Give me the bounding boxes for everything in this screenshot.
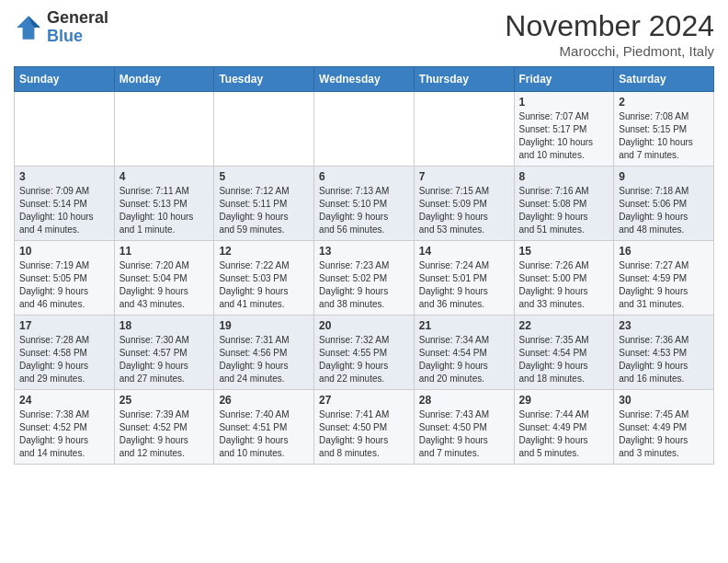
calendar-week-1: 1Sunrise: 7:07 AM Sunset: 5:17 PM Daylig… (15, 92, 714, 167)
day-info: Sunrise: 7:13 AM Sunset: 5:10 PM Dayligh… (319, 185, 409, 236)
calendar-cell (114, 92, 214, 167)
day-info: Sunrise: 7:19 AM Sunset: 5:05 PM Dayligh… (19, 259, 109, 311)
calendar-cell: 22Sunrise: 7:35 AM Sunset: 4:54 PM Dayli… (514, 316, 614, 390)
day-info: Sunrise: 7:35 AM Sunset: 4:54 PM Dayligh… (519, 334, 609, 385)
day-number: 12 (219, 245, 309, 258)
calendar-cell: 25Sunrise: 7:39 AM Sunset: 4:52 PM Dayli… (114, 390, 214, 465)
day-number: 29 (519, 394, 609, 407)
logo-text: General Blue (47, 9, 108, 46)
weekday-header-row: SundayMondayTuesdayWednesdayThursdayFrid… (15, 67, 714, 92)
weekday-header-tuesday: Tuesday (214, 67, 314, 92)
calendar-week-3: 10Sunrise: 7:19 AM Sunset: 5:05 PM Dayli… (15, 241, 714, 316)
calendar-cell: 23Sunrise: 7:36 AM Sunset: 4:53 PM Dayli… (614, 316, 714, 390)
day-number: 5 (219, 170, 309, 183)
day-number: 11 (119, 245, 210, 258)
calendar-cell: 8Sunrise: 7:16 AM Sunset: 5:08 PM Daylig… (514, 167, 614, 241)
calendar-cell: 4Sunrise: 7:11 AM Sunset: 5:13 PM Daylig… (114, 167, 214, 241)
day-info: Sunrise: 7:40 AM Sunset: 4:51 PM Dayligh… (219, 408, 309, 460)
day-info: Sunrise: 7:15 AM Sunset: 5:09 PM Dayligh… (419, 185, 509, 236)
calendar-cell: 27Sunrise: 7:41 AM Sunset: 4:50 PM Dayli… (314, 390, 415, 465)
day-info: Sunrise: 7:36 AM Sunset: 4:53 PM Dayligh… (619, 334, 709, 385)
calendar-cell: 7Sunrise: 7:15 AM Sunset: 5:09 PM Daylig… (414, 167, 514, 241)
day-number: 10 (19, 245, 109, 258)
calendar-cell: 10Sunrise: 7:19 AM Sunset: 5:05 PM Dayli… (15, 241, 115, 316)
calendar-cell: 18Sunrise: 7:30 AM Sunset: 4:57 PM Dayli… (114, 316, 214, 390)
calendar-cell: 19Sunrise: 7:31 AM Sunset: 4:56 PM Dayli… (214, 316, 314, 390)
calendar-week-5: 24Sunrise: 7:38 AM Sunset: 4:52 PM Dayli… (15, 390, 714, 465)
day-number: 4 (119, 170, 210, 183)
logo-icon (14, 13, 43, 42)
day-number: 25 (119, 394, 210, 407)
calendar-cell: 12Sunrise: 7:22 AM Sunset: 5:03 PM Dayli… (214, 241, 314, 316)
day-number: 28 (419, 394, 509, 407)
day-info: Sunrise: 7:22 AM Sunset: 5:03 PM Dayligh… (219, 259, 309, 311)
day-info: Sunrise: 7:32 AM Sunset: 4:55 PM Dayligh… (319, 334, 409, 385)
calendar-cell (214, 92, 314, 167)
calendar-cell: 6Sunrise: 7:13 AM Sunset: 5:10 PM Daylig… (314, 167, 415, 241)
day-info: Sunrise: 7:43 AM Sunset: 4:50 PM Dayligh… (419, 408, 509, 460)
logo-general: General (47, 8, 108, 27)
day-info: Sunrise: 7:18 AM Sunset: 5:06 PM Dayligh… (619, 185, 709, 236)
day-info: Sunrise: 7:08 AM Sunset: 5:15 PM Dayligh… (619, 110, 709, 162)
calendar-cell (314, 92, 415, 167)
day-number: 7 (419, 170, 509, 183)
day-number: 9 (619, 170, 709, 183)
calendar-cell: 15Sunrise: 7:26 AM Sunset: 5:00 PM Dayli… (514, 241, 614, 316)
day-number: 8 (519, 170, 609, 183)
calendar-cell: 2Sunrise: 7:08 AM Sunset: 5:15 PM Daylig… (614, 92, 714, 167)
location-subtitle: Marocchi, Piedmont, Italy (505, 43, 714, 59)
day-number: 6 (319, 170, 409, 183)
day-info: Sunrise: 7:30 AM Sunset: 4:57 PM Dayligh… (119, 334, 210, 385)
logo: General Blue (14, 9, 108, 46)
day-number: 2 (619, 96, 709, 109)
calendar-cell: 24Sunrise: 7:38 AM Sunset: 4:52 PM Dayli… (15, 390, 115, 465)
day-number: 24 (19, 394, 109, 407)
day-info: Sunrise: 7:39 AM Sunset: 4:52 PM Dayligh… (119, 408, 210, 460)
day-info: Sunrise: 7:31 AM Sunset: 4:56 PM Dayligh… (219, 334, 309, 385)
calendar-table: SundayMondayTuesdayWednesdayThursdayFrid… (14, 66, 714, 465)
month-year-title: November 2024 (505, 9, 714, 43)
weekday-header-sunday: Sunday (15, 67, 115, 92)
calendar-cell (15, 92, 115, 167)
day-info: Sunrise: 7:28 AM Sunset: 4:58 PM Dayligh… (19, 334, 109, 385)
weekday-header-saturday: Saturday (614, 67, 714, 92)
day-number: 19 (219, 319, 309, 332)
calendar-cell: 21Sunrise: 7:34 AM Sunset: 4:54 PM Dayli… (414, 316, 514, 390)
weekday-header-friday: Friday (514, 67, 614, 92)
calendar-cell: 1Sunrise: 7:07 AM Sunset: 5:17 PM Daylig… (514, 92, 614, 167)
calendar-cell: 3Sunrise: 7:09 AM Sunset: 5:14 PM Daylig… (15, 167, 115, 241)
day-number: 26 (219, 394, 309, 407)
day-number: 22 (519, 319, 609, 332)
page-header: General Blue November 2024 Marocchi, Pie… (14, 9, 714, 59)
day-number: 18 (119, 319, 210, 332)
calendar-cell: 14Sunrise: 7:24 AM Sunset: 5:01 PM Dayli… (414, 241, 514, 316)
day-number: 17 (19, 319, 109, 332)
logo-blue: Blue (47, 27, 83, 45)
calendar-week-2: 3Sunrise: 7:09 AM Sunset: 5:14 PM Daylig… (15, 167, 714, 241)
weekday-header-thursday: Thursday (414, 67, 514, 92)
calendar-cell: 5Sunrise: 7:12 AM Sunset: 5:11 PM Daylig… (214, 167, 314, 241)
calendar-cell: 11Sunrise: 7:20 AM Sunset: 5:04 PM Dayli… (114, 241, 214, 316)
day-info: Sunrise: 7:34 AM Sunset: 4:54 PM Dayligh… (419, 334, 509, 385)
calendar-cell: 28Sunrise: 7:43 AM Sunset: 4:50 PM Dayli… (414, 390, 514, 465)
day-info: Sunrise: 7:09 AM Sunset: 5:14 PM Dayligh… (19, 185, 109, 236)
day-number: 15 (519, 245, 609, 258)
day-number: 30 (619, 394, 709, 407)
day-info: Sunrise: 7:44 AM Sunset: 4:49 PM Dayligh… (519, 408, 609, 460)
weekday-header-wednesday: Wednesday (314, 67, 415, 92)
day-number: 1 (519, 96, 609, 109)
day-number: 3 (19, 170, 109, 183)
calendar-cell (414, 92, 514, 167)
day-number: 14 (419, 245, 509, 258)
day-info: Sunrise: 7:11 AM Sunset: 5:13 PM Dayligh… (119, 185, 210, 236)
day-number: 27 (319, 394, 409, 407)
calendar-cell: 20Sunrise: 7:32 AM Sunset: 4:55 PM Dayli… (314, 316, 415, 390)
calendar-body: 1Sunrise: 7:07 AM Sunset: 5:17 PM Daylig… (15, 92, 714, 465)
calendar-cell: 26Sunrise: 7:40 AM Sunset: 4:51 PM Dayli… (214, 390, 314, 465)
calendar-week-4: 17Sunrise: 7:28 AM Sunset: 4:58 PM Dayli… (15, 316, 714, 390)
calendar-cell: 9Sunrise: 7:18 AM Sunset: 5:06 PM Daylig… (614, 167, 714, 241)
calendar-cell: 29Sunrise: 7:44 AM Sunset: 4:49 PM Dayli… (514, 390, 614, 465)
day-info: Sunrise: 7:24 AM Sunset: 5:01 PM Dayligh… (419, 259, 509, 311)
day-info: Sunrise: 7:07 AM Sunset: 5:17 PM Dayligh… (519, 110, 609, 162)
weekday-header-monday: Monday (114, 67, 214, 92)
